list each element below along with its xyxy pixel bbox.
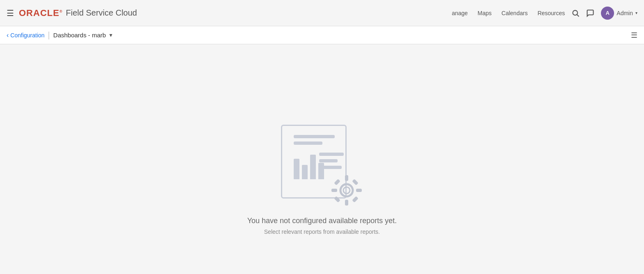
nav-maps[interactable]: Maps <box>477 10 491 16</box>
svg-rect-10 <box>334 196 340 203</box>
empty-title: You have not configured available report… <box>247 217 397 225</box>
doc-lines-right <box>319 153 344 169</box>
nav-links: anage Maps Calendars Resources <box>452 10 565 16</box>
empty-subtitle: Select relevant reports from available r… <box>247 228 397 235</box>
sub-header: ‹ Configuration | Dashboards - marb ▼ ☰ <box>0 26 644 44</box>
doc-line-r2 <box>319 159 338 162</box>
doc-line-r1 <box>319 153 344 156</box>
svg-rect-8 <box>334 179 340 185</box>
svg-rect-6 <box>331 189 337 192</box>
search-button[interactable] <box>571 9 580 17</box>
doc-line-1 <box>294 135 335 138</box>
svg-rect-9 <box>352 179 359 185</box>
search-icon <box>571 9 580 17</box>
oracle-logo: ORACLE® <box>19 8 63 18</box>
nav-resources[interactable]: Resources <box>537 10 565 16</box>
gear-icon <box>330 174 363 207</box>
empty-text-block: You have not configured available report… <box>247 217 397 235</box>
chat-icon <box>586 9 594 17</box>
header-right: anage Maps Calendars Resources A Admin ▾ <box>452 7 637 20</box>
sub-header-right: ☰ <box>631 31 637 40</box>
page-title: Dashboards - marb <box>53 32 106 39</box>
top-header: ☰ ORACLE® Field Service Cloud anage Maps… <box>0 0 644 26</box>
bar-1 <box>294 159 299 179</box>
back-button[interactable]: ‹ Configuration <box>7 32 45 39</box>
svg-rect-7 <box>356 189 362 192</box>
breadcrumb-separator: | <box>48 30 50 40</box>
oracle-wordmark: ORACLE® <box>19 8 63 18</box>
svg-point-3 <box>343 187 350 194</box>
user-menu[interactable]: A Admin ▾ <box>601 7 637 20</box>
bar-3 <box>310 155 316 179</box>
svg-rect-4 <box>345 175 348 181</box>
user-dropdown-arrow: ▾ <box>635 11 637 15</box>
svg-point-2 <box>340 184 353 196</box>
nav-manage[interactable]: anage <box>452 10 468 16</box>
nav-calendars[interactable]: Calendars <box>502 10 528 16</box>
page-title-bar: Dashboards - marb ▼ <box>53 32 113 39</box>
app-title: Field Service Cloud <box>66 8 137 18</box>
back-label: Configuration <box>10 32 44 39</box>
main-content: You have not configured available report… <box>0 44 644 274</box>
svg-point-0 <box>573 10 578 15</box>
user-name: Admin <box>617 10 633 16</box>
title-dropdown-icon[interactable]: ▼ <box>108 32 113 38</box>
svg-rect-5 <box>345 200 348 206</box>
empty-illustration <box>277 125 367 207</box>
bar-2 <box>302 165 308 179</box>
doc-line-2 <box>294 142 322 145</box>
hamburger-lines-icon[interactable]: ☰ <box>631 31 637 39</box>
svg-line-1 <box>577 14 579 16</box>
back-chevron-icon: ‹ <box>7 32 9 39</box>
svg-rect-11 <box>352 196 359 203</box>
empty-state: You have not configured available report… <box>247 125 397 235</box>
chat-button[interactable] <box>586 9 594 17</box>
doc-line-r3 <box>319 166 342 169</box>
hamburger-icon[interactable]: ☰ <box>7 8 14 18</box>
avatar: A <box>601 7 614 20</box>
